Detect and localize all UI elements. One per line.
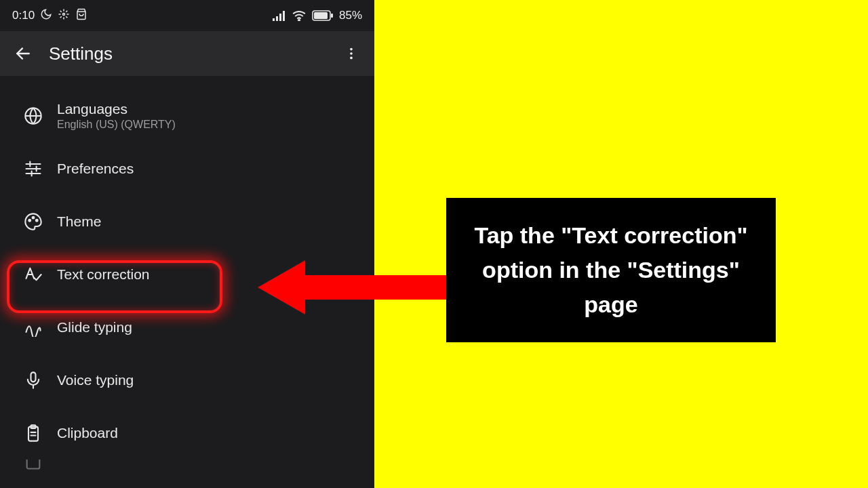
svg-rect-3 xyxy=(279,14,281,21)
status-bar: 0:10 85% xyxy=(0,0,374,31)
battery-percent: 85% xyxy=(339,9,362,22)
arrow-left-icon xyxy=(14,45,32,62)
gesture-icon xyxy=(9,318,57,337)
svg-point-23 xyxy=(36,220,38,222)
setting-title: Languages xyxy=(57,101,374,117)
status-left: 0:10 xyxy=(12,8,87,24)
overflow-menu-button[interactable] xyxy=(338,40,365,67)
more-vertical-icon xyxy=(344,46,359,61)
battery-icon xyxy=(312,10,334,21)
svg-point-11 xyxy=(350,52,353,55)
signal-icon xyxy=(273,10,286,21)
svg-point-12 xyxy=(350,57,353,60)
svg-rect-4 xyxy=(283,11,285,21)
setting-title: Glide typing xyxy=(57,319,374,336)
svg-rect-1 xyxy=(273,18,275,21)
svg-rect-31 xyxy=(27,460,40,469)
svg-point-5 xyxy=(298,20,300,21)
setting-item-cutoff xyxy=(0,460,374,473)
shop-icon xyxy=(75,8,87,24)
phone-screen: 0:10 85% Sett xyxy=(0,0,374,488)
instruction-callout: Tap the "Text correction" option in the … xyxy=(446,198,776,342)
setting-title: Preferences xyxy=(57,161,374,177)
svg-rect-25 xyxy=(31,372,36,382)
status-right: 85% xyxy=(273,9,362,22)
globe-icon xyxy=(9,106,57,125)
book-icon xyxy=(9,460,57,471)
svg-point-22 xyxy=(33,217,35,219)
svg-point-10 xyxy=(350,48,353,51)
setting-item-languages[interactable]: Languages English (US) (QWERTY) xyxy=(0,89,374,142)
palette-icon xyxy=(9,212,57,231)
svg-rect-7 xyxy=(314,12,328,19)
microphone-icon xyxy=(9,371,57,390)
moon-icon xyxy=(40,8,52,24)
svg-point-0 xyxy=(63,13,65,15)
setting-title: Voice typing xyxy=(57,372,374,388)
setting-title: Text correction xyxy=(57,266,374,283)
settings-list: Languages English (US) (QWERTY) Preferen… xyxy=(0,76,374,473)
setting-item-text-correction[interactable]: Text correction xyxy=(0,248,374,301)
back-button[interactable] xyxy=(9,40,37,67)
setting-item-preferences[interactable]: Preferences xyxy=(0,142,374,195)
setting-subtitle: English (US) (QWERTY) xyxy=(57,119,374,131)
app-bar: Settings xyxy=(0,31,374,76)
setting-item-clipboard[interactable]: Clipboard xyxy=(0,407,374,460)
pinwheel-icon xyxy=(58,8,70,24)
setting-item-voice-typing[interactable]: Voice typing xyxy=(0,354,374,407)
setting-item-glide-typing[interactable]: Glide typing xyxy=(0,301,374,354)
setting-title: Theme xyxy=(57,214,374,230)
status-time: 0:10 xyxy=(12,9,35,22)
setting-item-theme[interactable]: Theme xyxy=(0,195,374,248)
svg-rect-2 xyxy=(276,16,278,21)
svg-point-21 xyxy=(28,220,31,222)
sliders-icon xyxy=(9,159,57,178)
page-title: Settings xyxy=(49,43,338,64)
setting-title: Clipboard xyxy=(57,425,374,441)
wifi-icon xyxy=(292,10,307,21)
text-check-icon xyxy=(9,265,57,284)
clipboard-icon xyxy=(9,424,57,443)
svg-rect-8 xyxy=(331,14,333,18)
